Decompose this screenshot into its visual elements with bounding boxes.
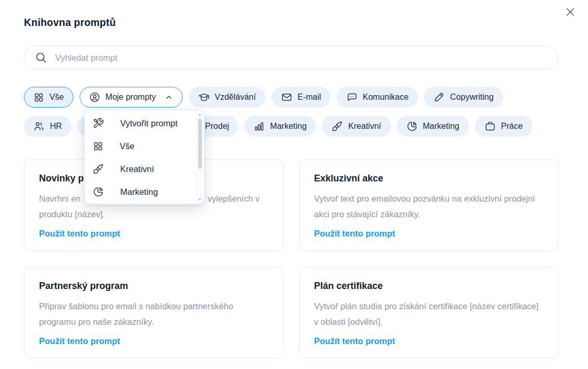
search-icon xyxy=(35,51,47,64)
chip-label: HR xyxy=(50,122,62,131)
card-plan-certifikace: Plán certifikace Vytvoř plán studia pro … xyxy=(299,267,559,359)
dropdown-scrollbar[interactable] xyxy=(196,112,203,203)
chip-label: Marketing xyxy=(270,122,306,131)
use-prompt-link[interactable]: Použít tento prompt xyxy=(39,336,120,346)
chip-label: Práce xyxy=(501,122,523,131)
graduation-cap-icon xyxy=(198,91,210,103)
dropdown-item-marketing[interactable]: Marketing xyxy=(85,180,196,203)
card-description: Vytvoř plán studia pro získání certifika… xyxy=(314,298,544,330)
use-prompt-link[interactable]: Použít tento prompt xyxy=(39,229,120,239)
moje-prompty-dropdown: Vytvořit prompt Vše Kreativní Marketing xyxy=(84,110,204,204)
card-description: Vytvoř text pro emailovou pozvánku na ex… xyxy=(314,191,544,222)
chip-label: Vše xyxy=(49,93,64,102)
chip-label: Kreativní xyxy=(348,122,381,131)
card-title: Plán certifikace xyxy=(314,281,544,292)
envelope-icon xyxy=(281,91,292,103)
chip-label: E-mail xyxy=(298,93,321,102)
scrollbar-thumb[interactable] xyxy=(198,118,202,169)
chip-moje-prompty[interactable]: Moje prompty xyxy=(80,87,183,108)
pie-chart-icon xyxy=(93,186,104,197)
chip-vse[interactable]: Vše xyxy=(24,87,73,108)
chip-kreativni[interactable]: Kreativní xyxy=(322,116,390,137)
card-title: Exkluzivní akce xyxy=(314,173,544,184)
chip-copywriting[interactable]: Copywriting xyxy=(424,87,503,108)
desc-fragment: Navrhni en xyxy=(39,194,81,203)
chip-marketing-pie[interactable]: Marketing xyxy=(397,116,469,137)
paintbrush-icon xyxy=(93,163,104,175)
dropdown-item-label: Kreativní xyxy=(120,164,154,174)
user-circle-icon xyxy=(89,91,100,103)
search-bar xyxy=(24,46,558,70)
chip-label: Copywriting xyxy=(450,93,494,102)
paintbrush-icon xyxy=(331,121,343,132)
dropdown-item-label: Marketing xyxy=(120,187,158,197)
chevron-up-icon xyxy=(164,93,173,102)
pie-chart-icon xyxy=(406,121,418,132)
chip-label: Vzdělávání xyxy=(215,93,256,102)
use-prompt-link[interactable]: Použít tento prompt xyxy=(314,336,395,346)
filter-row-1: Vše Moje prompty Vzdělávání E-mail Komun… xyxy=(24,87,558,108)
search-input[interactable] xyxy=(54,52,547,63)
close-button[interactable] xyxy=(564,5,577,19)
chip-label: Prodej xyxy=(205,122,229,131)
desc-fragment: produktu [název]. xyxy=(39,206,269,222)
briefcase-icon xyxy=(484,121,496,132)
desc-fragment: vylepšeních v xyxy=(208,191,260,206)
card-title: Partnerský program xyxy=(39,281,269,292)
chip-komunikace[interactable]: Komunikace xyxy=(337,87,418,108)
bar-chart-icon xyxy=(253,121,265,132)
page-title: Knihovna promptů xyxy=(24,17,558,29)
chip-marketing-bars[interactable]: Marketing xyxy=(244,116,316,137)
dropdown-item-vytvorit-prompt[interactable]: Vytvořit prompt xyxy=(85,112,196,135)
card-partnersky-program: Partnerský program Připrav šablonu pro e… xyxy=(24,267,284,359)
card-exkluzivni-akce: Exkluzivní akce Vytvoř text pro emailovo… xyxy=(299,159,559,251)
chip-label: Komunikace xyxy=(363,93,408,102)
grid-icon xyxy=(33,92,44,103)
chip-label: Moje prompty xyxy=(106,93,156,102)
chip-email[interactable]: E-mail xyxy=(272,87,330,108)
close-icon xyxy=(565,6,576,18)
chip-prace[interactable]: Práce xyxy=(475,116,532,137)
people-icon xyxy=(33,121,45,132)
scrollbar-up-arrow-icon[interactable] xyxy=(198,114,201,116)
chip-hr[interactable]: HR xyxy=(24,116,71,137)
chip-label: Marketing xyxy=(423,122,459,131)
pen-icon xyxy=(433,91,445,103)
scrollbar-down-arrow-icon[interactable] xyxy=(198,199,201,201)
speech-bubble-icon xyxy=(346,91,357,103)
dropdown-item-label: Vše xyxy=(120,141,134,151)
tools-icon xyxy=(93,117,104,129)
use-prompt-link[interactable]: Použít tento prompt xyxy=(314,229,395,239)
card-description: Připrav šablonu pro email s nabídkou par… xyxy=(39,298,269,330)
dropdown-item-label: Vytvořit prompt xyxy=(120,118,177,128)
dropdown-item-vse[interactable]: Vše xyxy=(85,135,196,157)
chip-vzdelavani[interactable]: Vzdělávání xyxy=(189,87,265,108)
dropdown-item-kreativni[interactable]: Kreativní xyxy=(85,157,196,180)
grid-icon xyxy=(93,141,104,152)
